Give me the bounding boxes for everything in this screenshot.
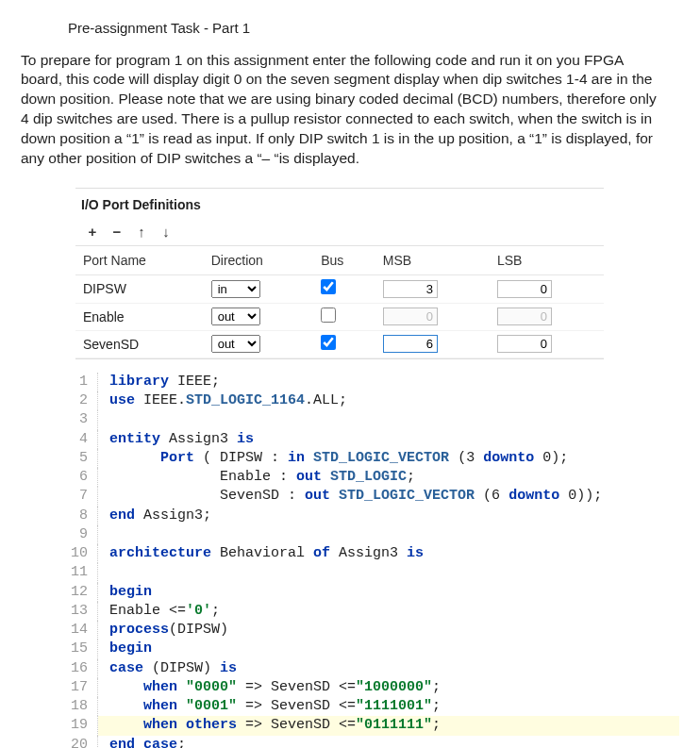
io-toolbar: + − ↑ ↓ xyxy=(75,219,604,246)
line-number: 12 xyxy=(64,583,98,602)
line-number: 14 xyxy=(64,621,98,640)
code-source[interactable]: when others => SevenSD <="0111111"; xyxy=(98,716,679,735)
table-row: Enableinoutinout xyxy=(75,303,604,330)
table-row: SevenSDinoutinout xyxy=(75,330,604,357)
line-number: 11 xyxy=(64,563,98,582)
code-line: 3 xyxy=(64,410,679,429)
code-source[interactable] xyxy=(98,563,679,582)
direction-select[interactable]: inoutinout xyxy=(211,280,260,298)
col-lsb: LSB xyxy=(490,246,604,275)
code-line: 14process(DIPSW) xyxy=(64,621,679,640)
code-source[interactable]: begin xyxy=(98,640,679,658)
port-name-cell[interactable]: SevenSD xyxy=(75,330,204,357)
msb-input xyxy=(383,308,438,325)
line-number: 2 xyxy=(64,391,98,410)
port-name-cell[interactable]: DIPSW xyxy=(75,275,204,303)
line-number: 1 xyxy=(64,373,98,391)
code-line: 19 when others => SevenSD <="0111111"; xyxy=(64,716,679,735)
line-number: 8 xyxy=(64,507,98,525)
line-number: 7 xyxy=(64,487,98,506)
add-port-button[interactable]: + xyxy=(81,221,104,241)
code-line: 6 Enable : out STD_LOGIC; xyxy=(64,468,679,487)
line-number: 16 xyxy=(64,659,98,678)
code-source[interactable]: when "0001" => SevenSD <="1111001"; xyxy=(98,697,679,716)
move-up-button[interactable]: ↑ xyxy=(130,221,153,241)
code-line: 12begin xyxy=(64,583,679,602)
lsb-input xyxy=(497,308,552,325)
code-line: 13Enable <='0'; xyxy=(64,602,679,621)
code-line: 15begin xyxy=(64,640,679,658)
code-line: 2use IEEE.STD_LOGIC_1164.ALL; xyxy=(64,391,679,410)
col-msb: MSB xyxy=(375,246,490,275)
code-line: 11 xyxy=(64,563,679,582)
code-source[interactable]: architecture Behavioral of Assign3 is xyxy=(98,544,679,563)
code-source[interactable]: case (DIPSW) is xyxy=(98,659,679,678)
lsb-input[interactable] xyxy=(497,335,552,353)
line-number: 5 xyxy=(64,449,98,468)
code-line: 1library IEEE; xyxy=(64,373,679,391)
code-source[interactable]: Port ( DIPSW : in STD_LOGIC_VECTOR (3 do… xyxy=(98,449,679,468)
code-line: 7 SevenSD : out STD_LOGIC_VECTOR (6 down… xyxy=(64,487,679,506)
code-source[interactable]: when "0000" => SevenSD <="1000000"; xyxy=(98,678,679,697)
msb-input[interactable] xyxy=(383,280,438,298)
line-number: 20 xyxy=(64,736,98,748)
code-source[interactable] xyxy=(98,525,679,544)
line-number: 4 xyxy=(64,430,98,449)
line-number: 18 xyxy=(64,697,98,716)
code-line: 5 Port ( DIPSW : in STD_LOGIC_VECTOR (3 … xyxy=(64,449,679,468)
msb-input[interactable] xyxy=(383,335,438,353)
code-source[interactable]: Enable : out STD_LOGIC; xyxy=(98,468,679,487)
direction-select[interactable]: inoutinout xyxy=(211,335,260,353)
code-source[interactable] xyxy=(98,410,679,429)
bus-checkbox[interactable] xyxy=(321,335,336,350)
code-source[interactable]: library IEEE; xyxy=(98,373,679,391)
code-source[interactable]: begin xyxy=(98,583,679,602)
code-line: 16case (DIPSW) is xyxy=(64,659,679,678)
code-source[interactable]: process(DIPSW) xyxy=(98,621,679,640)
code-source[interactable]: entity Assign3 is xyxy=(98,430,679,449)
table-row: DIPSWinoutinout xyxy=(75,275,604,303)
code-editor: 1library IEEE;2use IEEE.STD_LOGIC_1164.A… xyxy=(64,373,679,748)
port-name-cell[interactable]: Enable xyxy=(75,303,204,330)
line-number: 9 xyxy=(64,525,98,544)
lsb-input[interactable] xyxy=(497,280,552,298)
line-number: 6 xyxy=(64,468,98,487)
col-port-name: Port Name xyxy=(75,246,204,275)
move-down-button[interactable]: ↓ xyxy=(155,221,177,241)
bus-checkbox[interactable] xyxy=(321,279,336,294)
io-section-title: I/O Port Definitions xyxy=(75,189,604,219)
line-number: 13 xyxy=(64,602,98,621)
io-port-definitions-panel: I/O Port Definitions + − ↑ ↓ Port Name D… xyxy=(75,188,604,359)
code-source[interactable]: use IEEE.STD_LOGIC_1164.ALL; xyxy=(98,391,679,410)
code-source[interactable]: SevenSD : out STD_LOGIC_VECTOR (6 downto… xyxy=(98,487,679,506)
code-line: 18 when "0001" => SevenSD <="1111001"; xyxy=(64,697,679,716)
direction-select[interactable]: inoutinout xyxy=(211,308,260,325)
col-direction: Direction xyxy=(204,246,314,275)
page-title: Pre-assignment Task - Part 1 xyxy=(68,19,632,38)
line-number: 3 xyxy=(64,410,98,429)
code-line: 8end Assign3; xyxy=(64,507,679,525)
code-source[interactable]: Enable <='0'; xyxy=(98,602,679,621)
intro-paragraph: To prepare for program 1 on this assignm… xyxy=(21,51,658,170)
remove-port-button[interactable]: − xyxy=(106,221,128,241)
line-number: 19 xyxy=(64,716,98,735)
code-line: 10architecture Behavioral of Assign3 is xyxy=(64,544,679,563)
code-line: 9 xyxy=(64,525,679,544)
bus-checkbox[interactable] xyxy=(321,308,336,323)
code-source[interactable]: end Assign3; xyxy=(98,507,679,525)
line-number: 15 xyxy=(64,640,98,658)
code-line: 4entity Assign3 is xyxy=(64,430,679,449)
code-line: 17 when "0000" => SevenSD <="1000000"; xyxy=(64,678,679,697)
col-bus: Bus xyxy=(313,246,375,275)
io-port-table: Port Name Direction Bus MSB LSB DIPSWino… xyxy=(75,246,604,358)
code-source[interactable]: end case; xyxy=(98,736,679,748)
line-number: 17 xyxy=(64,678,98,697)
line-number: 10 xyxy=(64,544,98,563)
code-line: 20end case; xyxy=(64,736,679,748)
